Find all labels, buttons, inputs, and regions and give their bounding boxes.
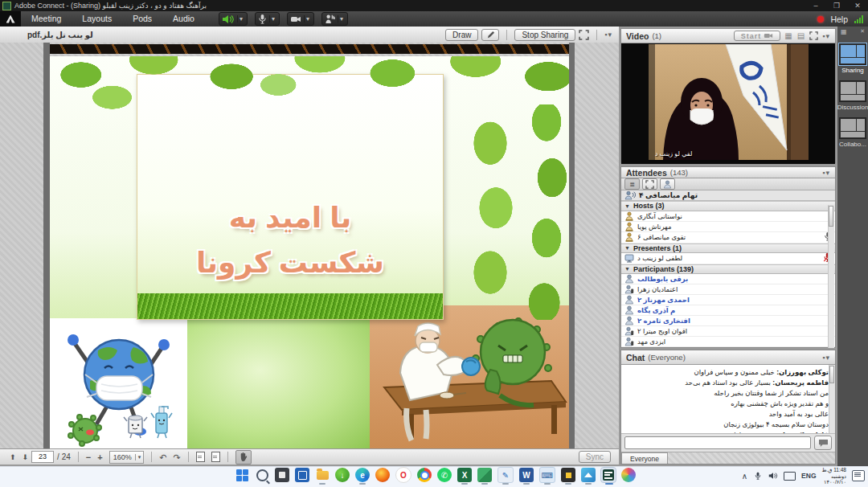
zoom-dropdown-icon[interactable]: ▾ — [135, 454, 144, 460]
word-icon[interactable]: W — [519, 468, 534, 482]
attendees-scrollbar[interactable] — [828, 205, 834, 348]
attendee-row-participant[interactable]: افتخاری ثامره ۲ — [621, 316, 835, 326]
mic-dropdown-icon[interactable]: ▾ — [269, 15, 276, 23]
adobe-connect-taskbar-icon[interactable] — [601, 468, 616, 482]
page-up-button[interactable]: ⬆ — [10, 450, 16, 464]
page-number-input[interactable]: 23 — [31, 451, 54, 463]
edge-icon[interactable]: e — [355, 468, 370, 482]
collapse-icon[interactable]: ▼ — [624, 203, 630, 209]
menu-audio[interactable]: Audio — [162, 11, 205, 27]
chrome-icon[interactable] — [417, 468, 432, 482]
layout-close-icon[interactable]: ✕ — [860, 28, 865, 35]
attendee-row-host[interactable]: تقوی میانصافی ۶ — [621, 232, 835, 244]
undo-button[interactable]: ↶ — [159, 450, 166, 464]
tray-speaker-icon[interactable] — [768, 472, 778, 480]
attendee-row-host[interactable]: مهرتاش پویا — [621, 222, 835, 232]
grid-view-icon[interactable]: ▦ — [784, 31, 792, 40]
search-icon[interactable] — [255, 468, 269, 482]
menu-pods[interactable]: Pods — [122, 11, 162, 27]
notification-center-icon[interactable] — [852, 470, 865, 481]
attendee-row-presenter[interactable]: لطفی لو زینب د — [621, 253, 835, 264]
layout-menu-icon[interactable]: ▦ — [841, 28, 847, 35]
widgets-icon[interactable] — [275, 468, 289, 482]
opera-icon[interactable]: O — [395, 467, 411, 483]
video-pod-menu-icon[interactable]: ▪▾ — [822, 32, 830, 40]
mic-button[interactable]: ▾ — [255, 12, 280, 26]
zoom-level-select[interactable]: 160% ▾ — [109, 451, 145, 464]
hand-tool-button[interactable] — [235, 450, 252, 464]
tray-chevron-icon[interactable]: ∧ — [742, 472, 747, 481]
attendees-pod-menu-icon[interactable]: ▪▾ — [822, 169, 830, 177]
close-button[interactable]: ✕ — [847, 0, 868, 11]
collapse-icon[interactable]: ▼ — [624, 245, 630, 251]
layout-discussion[interactable] — [839, 80, 866, 102]
photos-icon[interactable] — [581, 468, 596, 482]
share-pod-menu-icon[interactable]: ▪▾ — [604, 31, 612, 39]
webcam-dropdown-icon[interactable]: ▾ — [304, 15, 311, 23]
chat-tab-everyone[interactable]: Everyone — [621, 452, 668, 464]
minimize-button[interactable]: – — [805, 0, 826, 11]
maximize-button[interactable]: ❐ — [826, 0, 847, 11]
chat-scrollbar[interactable] — [829, 365, 835, 433]
speaker-dropdown-icon[interactable]: ▾ — [237, 15, 244, 23]
zoom-in-button[interactable]: + — [97, 450, 102, 464]
help-button[interactable]: Help — [830, 14, 848, 24]
menu-meeting[interactable]: Meeting — [21, 11, 72, 27]
presenters-section-header[interactable]: ▼ Presenters (1) — [621, 244, 835, 253]
sync-button[interactable]: Sync — [579, 451, 611, 463]
attendee-row-participant[interactable]: ایزدی مهد — [621, 337, 835, 347]
firefox-icon[interactable] — [375, 468, 390, 482]
notes-icon[interactable] — [561, 468, 575, 482]
chat-message-list[interactable]: توکلی بهورزانخیلی ممنون و سپاس فراوان فا… — [621, 365, 835, 433]
connection-status-icon[interactable] — [854, 15, 863, 23]
webcam-button[interactable]: ▾ — [287, 12, 314, 26]
draw-button[interactable]: Draw — [445, 29, 478, 41]
device-manager-icon[interactable]: ✎ — [497, 467, 514, 483]
layout-sharing[interactable] — [839, 43, 866, 65]
tray-mic-icon[interactable] — [753, 472, 763, 480]
video-fullscreen-icon[interactable] — [809, 31, 818, 40]
keyboard-icon[interactable]: ⌨ — [539, 467, 555, 483]
snipping-tool-icon[interactable] — [295, 468, 309, 482]
collapse-icon[interactable]: ▼ — [624, 266, 630, 272]
zoom-out-button[interactable]: − — [86, 450, 91, 464]
raise-hand-dropdown-icon[interactable]: ▾ — [338, 15, 345, 23]
chat-input[interactable] — [624, 436, 811, 449]
hosts-section-header[interactable]: ▼ Hosts (3) — [621, 201, 835, 211]
share-document-area[interactable]: با امید به شکست کرونا — [0, 43, 619, 448]
chat-send-button[interactable] — [814, 436, 832, 450]
filmstrip-view-icon[interactable]: ▤ — [797, 31, 805, 40]
raise-hand-button[interactable]: ▾ — [321, 12, 348, 26]
tray-language[interactable]: ENG — [801, 472, 816, 480]
attendee-row-participant[interactable]: احمدی مهرناز ۲ — [621, 295, 835, 305]
excel-icon[interactable]: X — [457, 468, 472, 482]
menu-layouts[interactable]: Layouts — [72, 11, 122, 27]
sharex-icon[interactable] — [477, 468, 492, 482]
attendee-row-participant[interactable]: اقوان اویج میترا ۲ — [621, 326, 835, 337]
list-view-button[interactable]: ≣ — [624, 178, 640, 190]
tray-clock[interactable]: 11:48 ق.ظ دوشنبه ۱۴۰۰/۶/۱۰ — [822, 467, 846, 485]
speaker-button[interactable]: ▾ — [219, 12, 248, 26]
idm-icon[interactable]: ↓ — [335, 468, 350, 482]
share-fullscreen-icon[interactable] — [579, 30, 589, 40]
chat-pod-menu-icon[interactable]: ▪▾ — [822, 354, 830, 362]
page-down-button[interactable]: ⬇ — [23, 450, 29, 464]
breakout-view-button[interactable] — [642, 178, 657, 190]
add-user-button[interactable] — [660, 178, 675, 190]
tray-display-icon[interactable] — [784, 472, 796, 481]
attendee-row-participant[interactable]: اعتمادیان زهرا — [621, 284, 835, 295]
layout-collaboration[interactable] — [839, 117, 866, 139]
start-webcam-button[interactable]: Start — [734, 31, 781, 41]
attendee-row-host[interactable]: نواستانی آبگاری — [621, 211, 835, 222]
fit-page-button[interactable] — [196, 452, 205, 462]
annotation-button[interactable] — [481, 29, 499, 41]
redo-button[interactable]: ↷ — [173, 450, 180, 464]
fit-width-button[interactable] — [211, 452, 220, 462]
whatsapp-icon[interactable]: ✆ — [437, 468, 452, 482]
participants-section-header[interactable]: ▼ Participants (139) — [621, 264, 835, 274]
paint3d-icon[interactable] — [621, 468, 636, 482]
file-explorer-icon[interactable] — [315, 468, 330, 482]
stop-sharing-button[interactable]: Stop Sharing — [514, 29, 575, 41]
attendee-row-participant[interactable]: م آذری پگاه — [621, 305, 835, 316]
attendee-row-participant[interactable]: برقی یابوطالب — [621, 274, 835, 284]
